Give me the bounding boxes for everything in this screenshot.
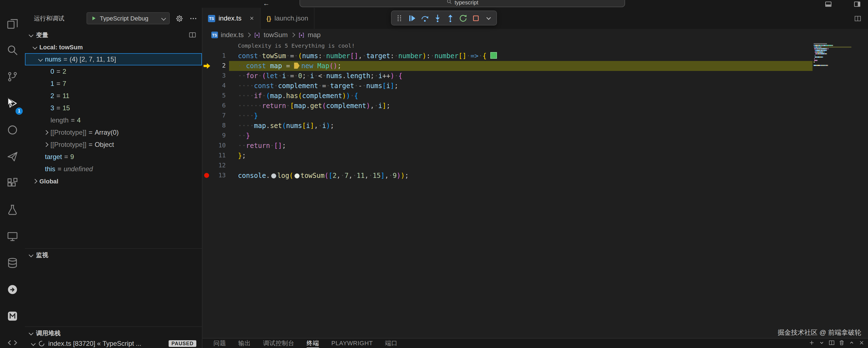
split-icon[interactable] [829, 340, 835, 346]
callstack-frame[interactable]: index.ts [83720] « TypeScript ... PAUSED [25, 339, 202, 348]
gutter-glyph[interactable] [203, 111, 211, 121]
more-actions-icon[interactable] [189, 14, 197, 23]
gutter-glyph[interactable] [203, 71, 211, 81]
activity-item-explorer[interactable] [0, 10, 25, 37]
minimap[interactable] [812, 42, 868, 338]
code-line-2[interactable]: 2··const·map·=·new·Map(); [203, 61, 868, 71]
code-lens[interactable]: Complexity is 5 Everything is cool! [229, 41, 868, 51]
variable-row[interactable]: Local: towSum [25, 41, 202, 53]
line-number[interactable]: 11 [211, 151, 229, 161]
line-number[interactable]: 3 [211, 71, 229, 81]
breakpoint-icon[interactable] [204, 173, 209, 178]
editor-body[interactable]: Complexity is 5 Everything is cool!1cons… [203, 41, 868, 338]
variable-row[interactable]: nums=(4) [2, 7, 11, 15] [25, 53, 202, 65]
variables-section-header[interactable]: 变量 [25, 29, 202, 41]
gutter-glyph[interactable] [203, 51, 211, 61]
breadcrumb-item-index.ts[interactable]: TSindex.ts [211, 31, 244, 39]
twisty[interactable] [41, 131, 51, 134]
gutter-glyph[interactable] [203, 131, 211, 141]
panel-tab-端口[interactable]: 端口 [385, 339, 398, 348]
line-number[interactable]: 7 [211, 111, 229, 121]
tab-index.ts[interactable]: TSindex.ts [203, 8, 261, 29]
step-over-button[interactable] [419, 12, 431, 24]
gutter-glyph[interactable] [203, 161, 211, 171]
gutter-glyph[interactable] [203, 91, 211, 101]
gutter-glyph[interactable] [203, 141, 211, 151]
variable-row[interactable]: Global [25, 175, 202, 187]
line-number[interactable]: 9 [211, 131, 229, 141]
continue-button[interactable] [406, 12, 418, 24]
variable-row[interactable]: this=undefined [25, 163, 202, 175]
chevron-down-icon[interactable] [819, 340, 825, 346]
line-number[interactable]: 13 [211, 171, 229, 181]
restart-button[interactable] [457, 12, 469, 24]
tab-launch.json[interactable]: {}launch.json [261, 8, 314, 29]
code-view[interactable]: Complexity is 5 Everything is cool!1cons… [203, 41, 868, 181]
line-number[interactable]: 4 [211, 81, 229, 91]
variable-row[interactable]: 0=2 [25, 65, 202, 78]
line-number[interactable]: 10 [211, 141, 229, 151]
close-icon[interactable] [249, 15, 255, 21]
variable-row[interactable]: 3=15 [25, 102, 202, 114]
twisty[interactable] [31, 179, 39, 183]
code-line-4[interactable]: 4····const·complement·=·target·-·nums[i]… [203, 81, 868, 91]
line-number[interactable]: 2 [211, 61, 229, 71]
panel-tab-终端[interactable]: 终端 [306, 339, 319, 348]
panes-icon[interactable] [189, 31, 196, 39]
close-icon[interactable] [859, 340, 865, 346]
line-number[interactable]: 1 [211, 51, 229, 61]
twisty[interactable] [31, 45, 39, 49]
line-number[interactable]: 6 [211, 101, 229, 111]
gutter-glyph[interactable] [203, 171, 211, 181]
activity-item-code[interactable] [0, 329, 25, 348]
chevron-up-icon[interactable] [848, 340, 855, 346]
code-line-13[interactable]: 13console.log(towSum([2,·7,·11,·15],·9))… [203, 171, 868, 181]
gutter-glyph[interactable] [203, 101, 211, 111]
breadcrumb-item-map[interactable]: map [298, 31, 320, 39]
debug-config-dropdown[interactable]: TypeScript Debug [87, 12, 170, 24]
code-line-1[interactable]: 1const·towSum·=·(nums:·number[],·target:… [203, 51, 868, 61]
code-line-7[interactable]: 7····} [203, 111, 868, 121]
gutter-glyph[interactable] [203, 81, 211, 91]
activity-item-share[interactable] [0, 143, 25, 170]
gutter-glyph[interactable] [203, 151, 211, 161]
code-line-3[interactable]: 3··for·(let·i·=·0;·i·<·nums.length;·i++)… [203, 71, 868, 81]
panel-tab-调试控制台[interactable]: 调试控制台 [263, 339, 294, 348]
activity-item-database[interactable] [0, 249, 25, 276]
variable-row[interactable]: target=9 [25, 151, 202, 163]
code-line-12[interactable]: 12 [203, 161, 868, 171]
activity-item-remote[interactable] [0, 116, 25, 143]
twisty[interactable] [41, 143, 51, 146]
split-editor-icon[interactable] [854, 14, 861, 24]
code-line-5[interactable]: 5····if·(map.has(complement))·{ [203, 91, 868, 101]
start-debug-icon[interactable] [91, 15, 96, 21]
trash-icon[interactable] [839, 340, 845, 346]
line-number[interactable]: 5 [211, 91, 229, 101]
back-arrow-icon[interactable]: ← [263, 0, 270, 7]
step-into-button[interactable] [432, 12, 444, 24]
gutter-glyph[interactable] [203, 121, 211, 131]
gutter-glyph[interactable] [203, 61, 211, 71]
line-number[interactable]: 8 [211, 121, 229, 131]
gear-icon[interactable] [175, 14, 184, 23]
line-number[interactable]: 12 [211, 161, 229, 171]
code-line-11[interactable]: 11}; [203, 151, 868, 161]
watch-section-header[interactable]: 监视 [25, 248, 202, 261]
activity-item-source-control[interactable] [0, 63, 25, 90]
code-line-9[interactable]: 9··} [203, 131, 868, 141]
activity-item-sync[interactable] [0, 276, 25, 303]
code-line-8[interactable]: 8····map.set(nums[i],·i); [203, 121, 868, 131]
panel-tab-PLAYWRIGHT[interactable]: PLAYWRIGHT [331, 339, 373, 348]
variable-row[interactable]: length=4 [25, 114, 202, 126]
variable-row[interactable]: 1=7 [25, 78, 202, 90]
command-center[interactable]: typescript [300, 0, 625, 7]
code-line-6[interactable]: 6······return·[map.get(complement),·i]; [203, 101, 868, 111]
stop-button[interactable] [470, 12, 482, 24]
variable-row[interactable]: 2=11 [25, 90, 202, 102]
panel-tab-问题[interactable]: 问题 [214, 339, 226, 348]
callstack-section-header[interactable]: 调用堆栈 [25, 326, 202, 339]
step-out-button[interactable] [444, 12, 457, 24]
breadcrumb-item-towSum[interactable]: towSum [254, 31, 288, 39]
code-line-10[interactable]: 10··return·[]; [203, 141, 868, 151]
breadcrumb[interactable]: TSindex.tstowSummap [203, 29, 868, 41]
